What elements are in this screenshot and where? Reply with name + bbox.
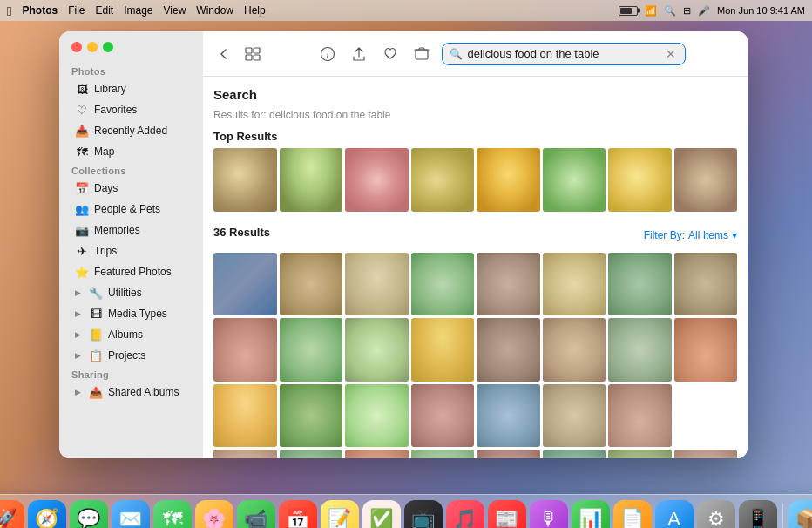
control-center-icon[interactable]: ⊞ <box>683 5 691 17</box>
photo-result[interactable] <box>345 318 409 382</box>
photo-result[interactable] <box>213 450 277 458</box>
photo-result[interactable] <box>543 253 606 316</box>
photo-result[interactable] <box>674 450 738 458</box>
photo-result[interactable] <box>674 318 738 382</box>
photo-result[interactable] <box>477 450 540 458</box>
photo-result[interactable] <box>674 253 738 316</box>
dock-icon-news[interactable]: 📰 <box>488 500 526 528</box>
sidebar-item-memories[interactable]: 📷 Memories <box>63 220 200 240</box>
photo-result[interactable] <box>411 253 475 316</box>
dock-icon-appstore[interactable]: A <box>655 500 694 528</box>
photo-result[interactable] <box>280 450 343 458</box>
dock-icon-appletv[interactable]: 📺 <box>404 500 443 528</box>
share-button[interactable] <box>348 43 370 65</box>
back-button[interactable] <box>213 44 234 64</box>
photo-result[interactable] <box>543 318 606 382</box>
dock-icon-mail[interactable]: ✉️ <box>112 500 150 528</box>
photo-result[interactable] <box>280 384 343 448</box>
top-result-photo[interactable] <box>411 148 475 212</box>
dock-icon-settings[interactable]: ⚙ <box>697 500 735 528</box>
dock-icon-storage[interactable]: 📦 <box>788 500 813 528</box>
memories-icon: 📷 <box>75 223 89 237</box>
dock-icon-safari[interactable]: 🧭 <box>28 500 66 528</box>
dock-icon-calendar[interactable]: 📅 <box>279 500 317 528</box>
dock-icon-notejoy[interactable]: 📝 <box>321 500 359 528</box>
sidebar-item-days[interactable]: 📅 Days <box>63 178 200 199</box>
close-button[interactable] <box>71 42 82 52</box>
dock-icon-iphone-mirror[interactable]: 📱 <box>739 500 777 528</box>
sidebar-item-favorites[interactable]: ♡ Favorites <box>63 99 200 120</box>
maximize-button[interactable] <box>103 42 113 52</box>
menu-image[interactable]: Image <box>124 4 152 17</box>
photo-result[interactable] <box>608 253 672 316</box>
top-result-photo[interactable] <box>543 148 606 212</box>
app-name[interactable]: Photos <box>22 4 58 17</box>
top-result-photo[interactable] <box>477 148 540 212</box>
photo-result[interactable] <box>477 318 540 382</box>
photo-result[interactable] <box>411 318 475 382</box>
photo-result[interactable] <box>608 384 672 448</box>
photo-result[interactable] <box>345 384 409 448</box>
sidebar-item-library[interactable]: 🖼 Library <box>63 78 200 99</box>
sidebar-item-projects[interactable]: ▶ 📋 Projects <box>63 345 200 366</box>
dock-icon-music[interactable]: 🎵 <box>446 500 484 528</box>
photo-result[interactable] <box>213 318 277 382</box>
filter-button[interactable]: Filter By: All Items ▾ <box>644 229 737 241</box>
search-clear-button[interactable]: ✕ <box>664 47 678 61</box>
photo-result[interactable] <box>543 450 606 458</box>
sidebar-item-trips[interactable]: ✈ Trips <box>63 240 200 261</box>
siri-icon[interactable]: 🎤 <box>698 5 710 17</box>
photo-result[interactable] <box>345 450 409 458</box>
minimize-button[interactable] <box>87 42 98 52</box>
menu-file[interactable]: File <box>68 4 85 17</box>
dock-icon-photos[interactable]: 🌸 <box>195 500 233 528</box>
dock-icon-facetime[interactable]: 📹 <box>237 500 275 528</box>
menu-edit[interactable]: Edit <box>96 4 114 17</box>
menu-view[interactable]: View <box>164 4 186 17</box>
delete-button[interactable] <box>410 43 433 65</box>
sidebar-item-utilities[interactable]: ▶ 🔧 Utilities <box>63 282 200 303</box>
apple-menu[interactable]:  <box>7 3 11 18</box>
photo-area[interactable]: Search Results for: delicious food on th… <box>203 77 748 458</box>
sidebar-item-media-types[interactable]: ▶ 🎞 Media Types <box>63 303 200 324</box>
top-result-photo[interactable] <box>345 148 409 212</box>
favorite-button[interactable] <box>379 43 402 65</box>
sidebar-item-albums[interactable]: ▶ 📒 Albums <box>63 324 200 345</box>
dock-icon-pages[interactable]: 📄 <box>613 500 652 528</box>
layout-button[interactable] <box>241 44 264 64</box>
photo-result[interactable] <box>477 253 540 316</box>
sidebar-item-shared-albums[interactable]: ▶ 📤 Shared Albums <box>63 382 200 403</box>
dock-icon-numbers[interactable]: 📊 <box>572 500 610 528</box>
photo-result[interactable] <box>213 253 277 316</box>
top-result-photo[interactable] <box>280 148 343 212</box>
sidebar-item-recently-added[interactable]: 📥 Recently Added <box>63 120 200 141</box>
search-input[interactable] <box>468 47 659 60</box>
photo-result[interactable] <box>213 384 277 448</box>
menu-help[interactable]: Help <box>244 4 266 17</box>
photo-result[interactable] <box>280 318 343 382</box>
menu-window[interactable]: Window <box>196 4 233 17</box>
photo-result[interactable] <box>477 384 540 448</box>
top-result-photo[interactable] <box>674 148 738 212</box>
photo-result[interactable] <box>608 450 672 458</box>
dock-icon-messages[interactable]: 💬 <box>70 500 108 528</box>
photo-result[interactable] <box>674 384 738 448</box>
info-button[interactable]: i <box>316 43 339 65</box>
sidebar-item-map[interactable]: 🗺 Map <box>63 141 200 162</box>
top-result-photo[interactable] <box>608 148 672 212</box>
search-bar[interactable]: 🔍 ✕ <box>442 43 686 65</box>
dock-icon-podcasts[interactable]: 🎙 <box>530 500 568 528</box>
search-menubar-icon[interactable]: 🔍 <box>664 5 676 17</box>
photo-result[interactable] <box>411 450 475 458</box>
top-result-photo[interactable] <box>213 148 277 212</box>
photo-result[interactable] <box>411 384 475 448</box>
photo-result[interactable] <box>345 253 409 316</box>
dock-icon-launchpad[interactable]: 🚀 <box>0 500 24 528</box>
dock-icon-maps[interactable]: 🗺 <box>153 500 192 528</box>
photo-result[interactable] <box>543 384 606 448</box>
sidebar-item-featured-photos[interactable]: ⭐ Featured Photos <box>63 261 200 282</box>
photo-result[interactable] <box>280 253 343 316</box>
dock-icon-reminders[interactable]: ✅ <box>362 500 401 528</box>
sidebar-item-people-pets[interactable]: 👥 People & Pets <box>63 199 200 220</box>
photo-result[interactable] <box>608 318 672 382</box>
